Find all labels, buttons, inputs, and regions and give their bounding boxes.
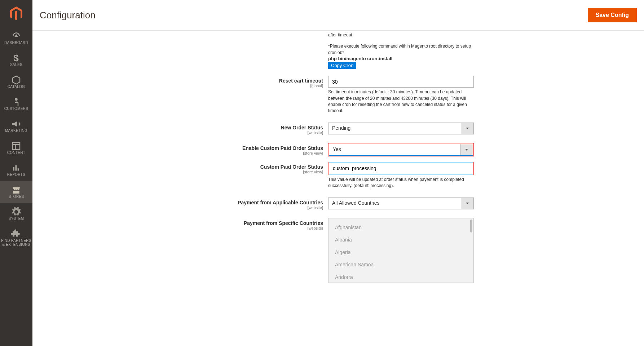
puzzle-icon	[11, 229, 22, 236]
new-order-status-select[interactable]: Pending	[328, 123, 474, 134]
copy-cron-button[interactable]: Copy Cron	[328, 62, 356, 69]
field-row-reset-cart: Reset cart timeout [global] Set timeout …	[32, 74, 644, 121]
sidebar-item-sales[interactable]: $ SALES	[0, 49, 32, 71]
country-option[interactable]: American Samoa	[328, 258, 473, 271]
field-label: Custom Paid Order Status	[32, 164, 323, 170]
store-icon	[11, 185, 22, 192]
sidebar-item-label: CATALOG	[1, 85, 32, 89]
sidebar-item-label: REPORTS	[1, 173, 32, 177]
highlighted-wrapper: Yes	[328, 143, 474, 156]
megaphone-icon	[11, 119, 22, 127]
chart-icon	[11, 163, 22, 170]
field-row-new-order: New Order Status [website] Pending	[32, 121, 644, 141]
field-label: New Order Status	[32, 125, 323, 130]
sidebar-item-label: SALES	[1, 63, 32, 67]
layout-icon	[11, 141, 22, 148]
custom-paid-status-input[interactable]	[329, 163, 473, 174]
highlighted-wrapper	[328, 162, 474, 175]
svg-text:$: $	[14, 53, 19, 63]
enable-custom-paid-select[interactable]: Yes	[329, 144, 473, 156]
field-help: Set timeout in minutes (default : 30 min…	[328, 88, 474, 114]
dashboard-icon	[11, 31, 22, 39]
scrollbar-thumb[interactable]	[470, 219, 472, 232]
sidebar-item-label: MARKETING	[1, 129, 32, 133]
applicable-countries-select[interactable]: All Allowed Countries	[328, 198, 474, 209]
sidebar-item-label: FIND PARTNERS & EXTENSIONS	[1, 239, 32, 247]
country-option[interactable]: Andorra	[328, 271, 473, 283]
sidebar-item-customers[interactable]: CUSTOMERS	[0, 93, 32, 115]
field-label: Reset cart timeout	[32, 78, 323, 84]
country-option[interactable]: Albania	[328, 234, 473, 246]
select-value: All Allowed Countries	[328, 198, 461, 209]
sidebar-item-marketing[interactable]: MARKETING	[0, 115, 32, 137]
field-scope: [global]	[32, 84, 323, 88]
field-scope: [store view]	[32, 170, 323, 174]
chevron-down-icon	[460, 144, 473, 155]
field-scope: [website]	[32, 226, 323, 230]
country-option[interactable]: Algeria	[328, 246, 473, 259]
save-config-button[interactable]: Save Config	[588, 8, 637, 22]
cron-command-text: php bin/magento cron:install	[328, 56, 474, 61]
country-option[interactable]: Afghanistan	[328, 221, 473, 234]
sidebar-item-stores[interactable]: STORES	[0, 181, 32, 203]
person-icon	[11, 97, 22, 105]
field-scope: [store view]	[32, 151, 323, 155]
select-value: Pending	[328, 123, 461, 134]
timeout-tail-text: after timeout.	[328, 31, 474, 38]
field-row-enable-custom: Enable Custom Paid Order Status [store v…	[32, 141, 644, 160]
sidebar-item-catalog[interactable]: CATALOG	[0, 71, 32, 93]
field-scope: [website]	[32, 205, 323, 210]
sidebar-item-dashboard[interactable]: DASHBOARD	[0, 27, 32, 49]
field-help: This value will be updated at order stat…	[328, 175, 474, 189]
field-row-custom-paid: Custom Paid Order Status [store view] Th…	[32, 160, 644, 196]
field-scope: [website]	[32, 130, 323, 135]
cron-note: *Please execute following command within…	[328, 42, 474, 56]
admin-sidebar: DASHBOARD $ SALES CATALOG CUSTOMERS MARK…	[0, 0, 32, 346]
gear-icon	[11, 207, 22, 214]
sidebar-item-label: SYSTEM	[1, 217, 32, 221]
chevron-down-icon	[461, 123, 473, 134]
sidebar-item-label: STORES	[1, 195, 32, 199]
select-value: Yes	[329, 144, 460, 155]
page-title: Configuration	[40, 10, 96, 21]
sidebar-item-label: DASHBOARD	[1, 41, 32, 45]
reset-cart-timeout-input[interactable]	[328, 76, 474, 88]
sidebar-item-content[interactable]: CONTENT	[0, 137, 32, 159]
main-content: Configuration Save Config after timeout.…	[32, 0, 644, 346]
field-row-applicable-countries: Payment from Applicable Countries [websi…	[32, 196, 644, 216]
box-icon	[11, 75, 22, 83]
page-header: Configuration Save Config	[32, 0, 644, 31]
chevron-down-icon	[461, 198, 473, 209]
field-label: Enable Custom Paid Order Status	[32, 145, 323, 151]
sidebar-item-reports[interactable]: REPORTS	[0, 159, 32, 181]
specific-countries-multiselect[interactable]: Afghanistan Albania Algeria American Sam…	[328, 218, 474, 283]
field-label: Payment from Specific Countries	[32, 220, 323, 226]
magento-logo-icon	[10, 6, 22, 21]
sidebar-item-system[interactable]: SYSTEM	[0, 203, 32, 225]
top-info-block: after timeout. *Please execute following…	[32, 31, 644, 74]
field-row-specific-countries: Payment from Specific Countries [website…	[32, 216, 644, 289]
magento-logo[interactable]	[0, 0, 32, 27]
field-label: Payment from Applicable Countries	[32, 200, 323, 205]
sidebar-item-partners[interactable]: FIND PARTNERS & EXTENSIONS	[0, 225, 32, 251]
sidebar-item-label: CUSTOMERS	[1, 107, 32, 111]
sidebar-item-label: CONTENT	[1, 151, 32, 155]
dollar-icon: $	[11, 53, 22, 61]
config-form: after timeout. *Please execute following…	[32, 31, 644, 346]
